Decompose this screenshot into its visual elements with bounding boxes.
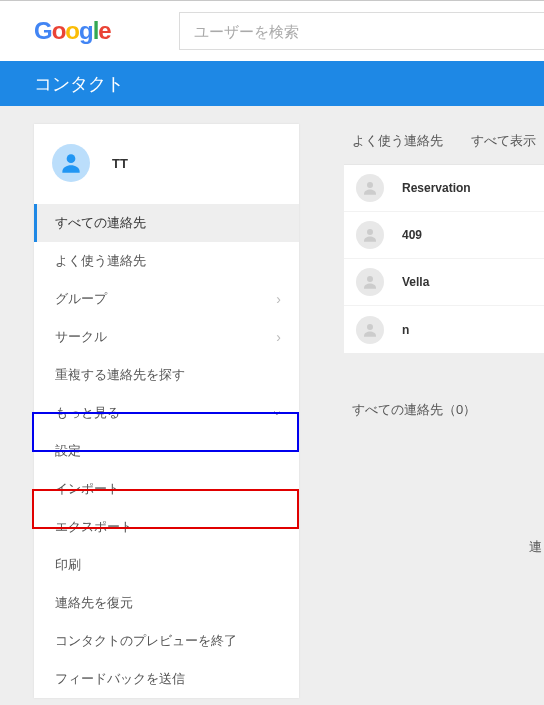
svg-point-3 bbox=[367, 276, 373, 282]
svg-point-2 bbox=[367, 229, 373, 235]
nav-all-contacts[interactable]: すべての連絡先 bbox=[34, 204, 299, 242]
frequent-header: よく使う連絡先 すべて表示 bbox=[344, 124, 544, 164]
nav-export[interactable]: エクスポート bbox=[34, 508, 299, 546]
cutoff-text: 連 bbox=[529, 538, 542, 556]
contact-row[interactable]: n bbox=[344, 306, 544, 353]
chevron-down-icon: › bbox=[271, 411, 287, 416]
nav-label: 重複する連絡先を探す bbox=[55, 366, 185, 384]
right-column: よく使う連絡先 すべて表示 Reservation 409 V bbox=[344, 124, 544, 419]
nav-label: エクスポート bbox=[55, 518, 133, 536]
nav-exit-preview[interactable]: コンタクトのプレビューを終了 bbox=[34, 622, 299, 660]
person-icon bbox=[356, 221, 384, 249]
nav-label: よく使う連絡先 bbox=[55, 252, 146, 270]
chevron-right-icon: › bbox=[276, 329, 281, 345]
nav-settings[interactable]: 設定 bbox=[34, 432, 299, 470]
nav-label: 設定 bbox=[55, 442, 81, 460]
contact-row[interactable]: Reservation bbox=[344, 165, 544, 212]
sidebar: TT すべての連絡先 よく使う連絡先 グループ › サークル › 重複する連絡先… bbox=[34, 124, 299, 698]
nav-label: フィードバックを送信 bbox=[55, 670, 185, 688]
nav-frequent[interactable]: よく使う連絡先 bbox=[34, 242, 299, 280]
nav-label: すべての連絡先 bbox=[55, 214, 146, 232]
svg-point-0 bbox=[67, 154, 76, 163]
topbar: Google bbox=[0, 1, 544, 61]
nav-label: グループ bbox=[55, 290, 107, 308]
nav-groups[interactable]: グループ › bbox=[34, 280, 299, 318]
nav-label: 印刷 bbox=[55, 556, 81, 574]
contact-name: Vella bbox=[402, 275, 429, 289]
contact-row[interactable]: 409 bbox=[344, 212, 544, 259]
nav-more[interactable]: もっと見る › bbox=[34, 394, 299, 432]
contact-name: 409 bbox=[402, 228, 422, 242]
nav-label: コンタクトのプレビューを終了 bbox=[55, 632, 237, 650]
profile-name: TT bbox=[112, 156, 128, 171]
person-icon bbox=[356, 268, 384, 296]
frequent-label: よく使う連絡先 bbox=[352, 132, 443, 150]
nav-print[interactable]: 印刷 bbox=[34, 546, 299, 584]
google-logo[interactable]: Google bbox=[34, 17, 111, 45]
nav-label: もっと見る bbox=[55, 404, 120, 422]
nav-label: インポート bbox=[55, 480, 120, 498]
profile-avatar-icon bbox=[52, 144, 90, 182]
nav-feedback[interactable]: フィードバックを送信 bbox=[34, 660, 299, 698]
nav-restore[interactable]: 連絡先を復元 bbox=[34, 584, 299, 622]
profile-block[interactable]: TT bbox=[34, 124, 299, 204]
show-all-link[interactable]: すべて表示 bbox=[471, 132, 536, 150]
contact-row[interactable]: Vella bbox=[344, 259, 544, 306]
person-icon bbox=[356, 174, 384, 202]
nav-label: サークル bbox=[55, 328, 107, 346]
appbar-title: コンタクト bbox=[34, 72, 124, 96]
svg-point-4 bbox=[367, 324, 373, 330]
chevron-right-icon: › bbox=[276, 291, 281, 307]
nav-duplicates[interactable]: 重複する連絡先を探す bbox=[34, 356, 299, 394]
search-input[interactable] bbox=[179, 12, 544, 50]
all-contacts-count: すべての連絡先（0） bbox=[344, 353, 544, 419]
person-icon bbox=[356, 316, 384, 344]
contacts-card: Reservation 409 Vella n bbox=[344, 164, 544, 353]
nav-import[interactable]: インポート bbox=[34, 470, 299, 508]
svg-point-1 bbox=[367, 182, 373, 188]
nav-circles[interactable]: サークル › bbox=[34, 318, 299, 356]
contact-name: n bbox=[402, 323, 409, 337]
contact-name: Reservation bbox=[402, 181, 471, 195]
content-area: TT すべての連絡先 よく使う連絡先 グループ › サークル › 重複する連絡先… bbox=[0, 106, 544, 705]
nav-label: 連絡先を復元 bbox=[55, 594, 133, 612]
appbar: コンタクト bbox=[0, 61, 544, 106]
